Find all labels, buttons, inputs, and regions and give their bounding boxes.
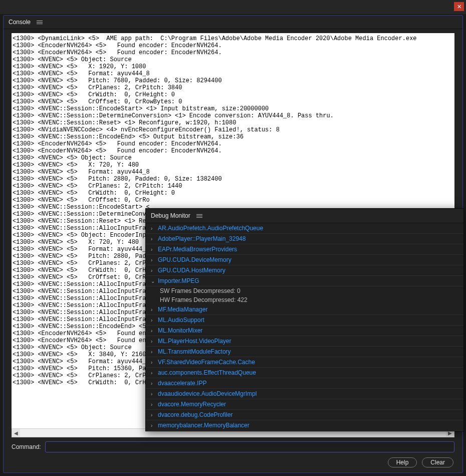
chevron-right-icon[interactable]: › (151, 423, 158, 428)
debug-monitor-title: Debug Monitor (151, 212, 190, 219)
chevron-right-icon[interactable]: › (151, 360, 158, 365)
close-button[interactable]: ✕ (454, 2, 464, 11)
debug-monitor-list: ›AR.AudioPrefetch.AudioPrefetchQueue›Ado… (146, 223, 463, 431)
chevron-right-icon[interactable]: › (151, 247, 158, 252)
chevron-right-icon[interactable]: › (151, 307, 158, 312)
debug-item[interactable]: ›GPU.CUDA.HostMemory (146, 265, 463, 276)
debug-monitor-panel: Debug Monitor ›AR.AudioPrefetch.AudioPre… (145, 208, 464, 431)
chevron-right-icon[interactable]: › (151, 318, 158, 323)
chevron-right-icon[interactable]: › (151, 268, 158, 273)
chevron-right-icon[interactable]: › (151, 236, 158, 242)
debug-item-label: MF.MediaManager (158, 306, 207, 313)
debug-item[interactable]: ›ML.PlayerHost.VideoPlayer (146, 336, 463, 347)
chevron-right-icon[interactable]: › (151, 339, 158, 344)
chevron-right-icon[interactable]: › (151, 349, 158, 355)
title-bar: ✕ (0, 0, 466, 14)
debug-item[interactable]: ›dvacore.MemoryRecycler (146, 399, 463, 410)
debug-item[interactable]: ›ML.MonitorMixer (146, 326, 463, 336)
chevron-right-icon[interactable]: › (151, 381, 158, 386)
debug-item[interactable]: ›memorybalancer.MemoryBalancer (146, 420, 463, 431)
debug-item[interactable]: ›ML.TransmitModuleFactory (146, 347, 463, 357)
chevron-right-icon[interactable]: › (151, 370, 158, 376)
chevron-down-icon[interactable]: ⌄ (151, 278, 158, 284)
debug-item-label: VF.SharedVideoFrameCache.Cache (158, 359, 255, 366)
console-menu-icon[interactable] (36, 20, 44, 25)
debug-item-label: ML.MonitorMixer (158, 327, 202, 334)
command-label: Command: (12, 443, 41, 450)
debug-item-label: ML.PlayerHost.VideoPlayer (158, 338, 231, 345)
clear-button[interactable]: Clear (422, 457, 453, 467)
debug-menu-icon[interactable] (195, 213, 203, 219)
debug-monitor-header: Debug Monitor (146, 209, 463, 223)
debug-item-label: EAPr.MediaBrowserProviders (158, 246, 237, 253)
debug-item[interactable]: ⌄Importer.MPEG (146, 276, 463, 286)
debug-item-label: auc.components.EffectThreadQueue (158, 369, 256, 376)
chevron-right-icon[interactable]: › (151, 391, 158, 397)
command-input[interactable] (45, 441, 454, 452)
debug-item[interactable]: ›dvaaudiodevice.AudioDeviceMgrImpl (146, 389, 463, 399)
debug-item-detail: HW Frames Decompressed: 422 (146, 295, 463, 304)
debug-item-label: GPU.CUDA.DeviceMemory (158, 256, 231, 263)
chevron-right-icon[interactable]: › (151, 226, 158, 231)
debug-item[interactable]: ›EAPr.MediaBrowserProviders (146, 244, 463, 255)
debug-item[interactable]: ›GPU.CUDA.DeviceMemory (146, 255, 463, 265)
debug-item-label: ML.TransmitModuleFactory (158, 348, 231, 355)
debug-item-label: GPU.CUDA.HostMemory (158, 267, 225, 274)
console-panel-header: Console (4, 16, 462, 29)
debug-item[interactable]: ›VF.SharedVideoFrameCache.Cache (146, 357, 463, 368)
debug-item[interactable]: ›dvacore.debug.CodeProfiler (146, 410, 463, 420)
button-row: Help Clear (4, 452, 462, 472)
debug-item-label: dvacore.debug.CodeProfiler (158, 411, 232, 418)
debug-item-label: memorybalancer.MemoryBalancer (158, 422, 250, 429)
debug-item[interactable]: ›ML.AudioSupport (146, 315, 463, 326)
help-button[interactable]: Help (388, 457, 417, 467)
debug-item-label: AdobePlayer::PlayerMain_32948 (158, 235, 246, 242)
debug-item[interactable]: ›AdobePlayer::PlayerMain_32948 (146, 234, 463, 244)
debug-item-detail: SW Frames Decompressed: 0 (146, 286, 463, 295)
chevron-right-icon[interactable]: › (151, 402, 158, 407)
debug-item[interactable]: ›MF.MediaManager (146, 304, 463, 315)
scroll-left-arrow-icon[interactable]: ◀ (12, 429, 20, 437)
debug-item-label: dvaaccelerate.IPP (158, 380, 206, 387)
chevron-right-icon[interactable]: › (151, 328, 158, 334)
debug-item[interactable]: ›dvaaccelerate.IPP (146, 378, 463, 389)
debug-item-label: dvaaudiodevice.AudioDeviceMgrImpl (158, 390, 257, 397)
debug-item-label: dvacore.MemoryRecycler (158, 401, 226, 408)
chevron-right-icon[interactable]: › (151, 257, 158, 263)
console-panel-title: Console (9, 19, 31, 26)
debug-item-label: ML.AudioSupport (158, 316, 204, 324)
command-row: Command: (4, 437, 462, 452)
chevron-right-icon[interactable]: › (151, 412, 158, 418)
debug-item-label: AR.AudioPrefetch.AudioPrefetchQueue (158, 225, 263, 232)
debug-item-label: Importer.MPEG (158, 277, 199, 284)
debug-item[interactable]: ›auc.components.EffectThreadQueue (146, 368, 463, 378)
debug-item[interactable]: ›AR.AudioPrefetch.AudioPrefetchQueue (146, 223, 463, 234)
